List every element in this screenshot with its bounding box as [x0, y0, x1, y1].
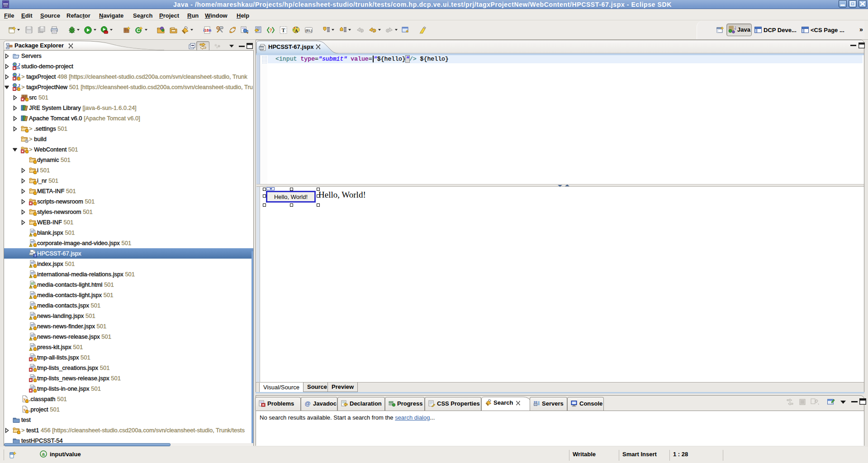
svg-text:A: A [294, 28, 298, 33]
svg-text:(EL): (EL) [305, 28, 312, 33]
svg-text:T: T [281, 27, 285, 33]
svg-text:JSP: JSP [29, 252, 34, 255]
svg-text:?: ? [269, 28, 272, 33]
svg-text:JSP: JSP [259, 47, 264, 50]
svg-text:a: a [42, 451, 45, 457]
svg-text:@: @ [305, 400, 311, 407]
svg-text:J: J [735, 26, 736, 30]
svg-text:?: ? [34, 254, 36, 257]
svg-text:i18n: i18n [204, 28, 211, 33]
